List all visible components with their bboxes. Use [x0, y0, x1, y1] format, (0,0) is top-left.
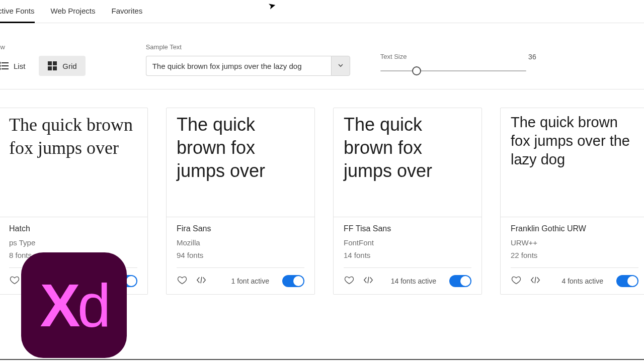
view-grid-button[interactable]: Grid [39, 56, 85, 76]
font-preview[interactable]: The quick brown fox jumps over [167, 108, 314, 217]
favorite-button[interactable] [344, 276, 355, 287]
slider-thumb[interactable] [412, 66, 421, 75]
code-icon [530, 275, 541, 287]
heart-icon [10, 275, 20, 287]
font-preview[interactable]: The quick brown fox jumps over the lazy … [501, 108, 644, 217]
text-size-slider[interactable] [380, 66, 526, 76]
font-count: 14 fonts [344, 251, 471, 259]
code-icon [196, 275, 207, 287]
activate-toggle[interactable] [282, 275, 304, 287]
activate-toggle[interactable] [616, 275, 638, 287]
active-fonts-text: 4 fonts active [562, 277, 604, 285]
separator [344, 267, 471, 268]
view-grid-label: Grid [62, 62, 76, 70]
font-preview[interactable]: The quick brown fox jumps over [0, 108, 147, 217]
svg-rect-7 [53, 61, 57, 65]
active-fonts-text: 14 fonts active [391, 277, 436, 285]
font-foundry: ps Type [9, 238, 137, 247]
svg-point-4 [0, 65, 1, 67]
chevron-down-icon [338, 61, 344, 70]
view-list-button[interactable]: List [0, 56, 34, 76]
font-count: 22 fonts [511, 251, 638, 259]
top-tabs: Active Fonts Web Projects Favorites [0, 0, 644, 23]
font-card: The quick brown fox jumps over FF Tisa S… [333, 108, 482, 295]
text-size-value: 36 [528, 53, 536, 61]
svg-rect-6 [48, 61, 52, 65]
tab-favorites[interactable]: Favorites [111, 0, 142, 23]
list-icon [0, 61, 9, 71]
sample-text-dropdown[interactable] [331, 56, 350, 76]
heart-icon [511, 275, 521, 287]
view-label: View [0, 43, 86, 51]
svg-rect-8 [48, 66, 52, 70]
font-card: The quick brown fox jumps over the lazy … [500, 108, 644, 295]
active-fonts-text: 1 font active [231, 277, 270, 285]
separator [177, 267, 304, 268]
text-size-label: Text Size [380, 53, 407, 61]
sample-text-input[interactable] [146, 56, 331, 76]
code-button[interactable] [196, 276, 207, 287]
font-count: 94 fonts [177, 251, 304, 259]
font-foundry: URW++ [511, 238, 638, 247]
separator [511, 267, 638, 268]
xd-badge-x: X [40, 270, 77, 340]
heart-icon [344, 275, 354, 287]
font-preview[interactable]: The quick brown fox jumps over [334, 108, 481, 217]
view-list-label: List [14, 62, 25, 70]
heart-icon [177, 275, 187, 287]
font-meta: Fira Sans Mozilla 94 fonts 1 font active [167, 217, 314, 294]
grid-icon [47, 61, 57, 71]
controls-bar: View List Grid Sample Text [0, 23, 644, 89]
font-name[interactable]: Franklin Gothic URW [511, 224, 638, 233]
font-name[interactable]: Hatch [9, 224, 137, 233]
font-foundry: Mozilla [177, 238, 304, 247]
svg-rect-9 [53, 66, 57, 70]
view-group: View List Grid [0, 43, 86, 76]
font-meta: Franklin Gothic URW URW++ 22 fonts 4 fon… [501, 217, 644, 294]
font-foundry: FontFont [344, 238, 471, 247]
activate-toggle[interactable] [449, 275, 471, 287]
favorite-button[interactable] [9, 276, 20, 287]
sample-text-label: Sample Text [146, 43, 350, 51]
code-icon [363, 275, 374, 287]
code-button[interactable] [530, 276, 541, 287]
font-name[interactable]: Fira Sans [177, 224, 304, 233]
font-name[interactable]: FF Tisa Sans [344, 224, 471, 233]
favorite-button[interactable] [177, 276, 188, 287]
sample-text-group: Sample Text [146, 43, 350, 76]
tab-active-fonts[interactable]: Active Fonts [0, 0, 35, 23]
adobe-xd-badge: Xd [21, 252, 127, 358]
text-size-group: Text Size 36 [380, 53, 644, 76]
slider-track [380, 70, 526, 71]
svg-point-5 [0, 68, 1, 70]
svg-point-3 [0, 62, 1, 64]
xd-badge-d: d [77, 270, 108, 340]
code-button[interactable] [363, 276, 374, 287]
font-meta: FF Tisa Sans FontFont 14 fonts 14 fonts … [334, 217, 481, 294]
tab-web-projects[interactable]: Web Projects [51, 0, 96, 23]
font-card: The quick brown fox jumps over Fira Sans… [166, 108, 315, 295]
favorite-button[interactable] [511, 276, 522, 287]
bottom-rule [0, 359, 644, 360]
